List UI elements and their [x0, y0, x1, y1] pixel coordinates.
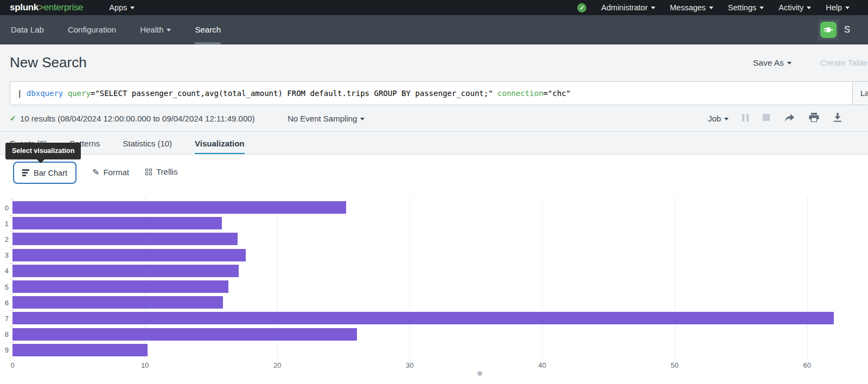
y-axis-label: 9	[0, 346, 9, 354]
topbar-menu-label: Activity	[778, 3, 803, 12]
x-axis-label: 40	[538, 361, 546, 369]
bar-chart-button[interactable]: Bar Chart	[13, 162, 76, 184]
y-axis-label: 6	[0, 299, 9, 307]
tab-visualization[interactable]: Visualization	[195, 139, 244, 153]
chart-type-label: Bar Chart	[34, 169, 67, 177]
pencil-icon: ✎	[92, 167, 99, 177]
chevron-down-icon	[724, 118, 729, 120]
bar-passenger-count-3[interactable]	[12, 249, 246, 261]
logo-brand: splunk	[10, 2, 39, 12]
pause-icon	[742, 114, 749, 121]
app-nav: Data LabConfigurationHealthSearch	[0, 15, 868, 44]
stop-button[interactable]	[763, 114, 770, 121]
axis-tick	[10, 295, 12, 295]
tab-statistics-10[interactable]: Statistics (10)	[123, 139, 172, 153]
bar-chart-icon	[22, 169, 29, 176]
app-name: S	[844, 24, 850, 35]
chart-gridline	[410, 197, 410, 358]
bar-passenger-count-9[interactable]	[12, 344, 148, 356]
save-as-button[interactable]: Save As	[753, 58, 792, 68]
chart-gridline	[807, 197, 808, 358]
time-range-picker[interactable]: Last	[852, 82, 868, 105]
nav-item-configuration[interactable]: Configuration	[68, 15, 116, 44]
topbar-menu-administrator[interactable]: Administrator	[601, 3, 655, 12]
topbar-menu-activity[interactable]: Activity	[778, 3, 811, 12]
topbar-menu-label: Messages	[670, 3, 706, 12]
y-axis-label: 0	[0, 204, 9, 212]
share-button[interactable]	[784, 113, 795, 122]
axis-tick	[10, 247, 12, 248]
chevron-down-icon	[787, 62, 792, 65]
download-icon	[833, 113, 842, 122]
topbar-menus: ✓ AdministratorMessagesSettingsActivityH…	[577, 3, 850, 12]
pause-button[interactable]	[742, 114, 749, 121]
bar-passenger-count-5[interactable]	[12, 280, 228, 293]
y-axis-label: 3	[0, 251, 9, 259]
chevron-down-icon	[167, 29, 171, 31]
bar-passenger-count-4[interactable]	[12, 265, 239, 277]
trellis-label: Trellis	[156, 167, 177, 176]
axis-tick	[10, 310, 12, 311]
trellis-button[interactable]: Trellis	[145, 167, 177, 176]
topbar-menu-help[interactable]: Help	[826, 3, 850, 12]
print-button[interactable]	[809, 113, 819, 122]
bar-passenger-count-0[interactable]	[12, 201, 346, 214]
job-label: Job	[708, 114, 721, 123]
event-sampling-dropdown[interactable]: No Event Sampling	[288, 114, 365, 123]
axis-tick	[10, 231, 12, 232]
status-ok-icon[interactable]: ✓	[577, 3, 586, 12]
divider	[0, 131, 868, 132]
share-icon	[784, 113, 795, 122]
axis-tick	[10, 327, 12, 327]
format-label: Format	[103, 168, 129, 177]
y-axis-label: 4	[0, 267, 9, 275]
spl-command: dbxquery	[27, 89, 63, 98]
db-connect-plug-icon	[820, 22, 837, 38]
scroll-indicator-dot[interactable]	[477, 371, 482, 376]
chevron-down-icon	[130, 7, 135, 9]
format-button[interactable]: ✎ Format	[92, 167, 129, 177]
nav-item-label: Health	[140, 25, 163, 34]
y-axis-label: 1	[0, 220, 9, 228]
page-title: New Search	[10, 54, 87, 71]
job-menu[interactable]: Job	[708, 114, 729, 123]
chevron-down-icon	[360, 118, 365, 120]
spl-param2-key: connection	[497, 89, 543, 98]
create-table-button[interactable]: Create Table	[820, 58, 868, 68]
x-axis-label: 0	[10, 361, 14, 369]
bar-passenger-count-1[interactable]	[12, 217, 222, 229]
topbar-menu-label: Settings	[728, 3, 756, 12]
search-bar[interactable]: | dbxquery query="SELECT passenger_count…	[10, 81, 868, 105]
chevron-down-icon	[651, 7, 655, 9]
apps-menu[interactable]: Apps	[109, 3, 135, 12]
bar-passenger-count-8[interactable]	[12, 328, 357, 341]
nav-item-health[interactable]: Health	[140, 15, 171, 44]
nav-item-data-lab[interactable]: Data Lab	[11, 15, 44, 44]
bar-passenger-count-2[interactable]	[12, 233, 238, 245]
visualization-tooltip: Select visualization	[5, 143, 81, 159]
bar-passenger-count-6[interactable]	[12, 296, 223, 309]
nav-item-label: Data Lab	[11, 25, 44, 34]
x-axis-label: 60	[803, 361, 810, 369]
axis-tick	[10, 342, 12, 343]
x-axis-label: 10	[141, 361, 149, 369]
nav-item-search[interactable]: Search	[195, 15, 221, 44]
trellis-icon	[145, 169, 152, 175]
axis-tick	[10, 279, 12, 279]
app-badge[interactable]	[818, 20, 839, 40]
splunk-logo[interactable]: splunk>enterprise	[10, 2, 83, 13]
topbar-menu-messages[interactable]: Messages	[670, 3, 713, 12]
y-axis-label: 5	[0, 283, 9, 291]
save-as-label: Save As	[753, 58, 784, 67]
logo-chevron: >	[39, 2, 44, 12]
y-axis-label: 8	[0, 330, 9, 338]
nav-item-label: Search	[195, 25, 221, 34]
axis-tick	[10, 215, 12, 216]
export-button[interactable]	[833, 113, 842, 122]
check-icon: ✓	[10, 114, 16, 123]
logo-product: enterprise	[44, 2, 84, 12]
bar-passenger-count-7[interactable]	[12, 312, 834, 324]
search-input[interactable]: | dbxquery query="SELECT passenger_count…	[17, 89, 571, 98]
topbar-menu-settings[interactable]: Settings	[728, 3, 764, 12]
spl-param1-value: ="SELECT passenger_count,avg(total_amoun…	[91, 89, 493, 98]
